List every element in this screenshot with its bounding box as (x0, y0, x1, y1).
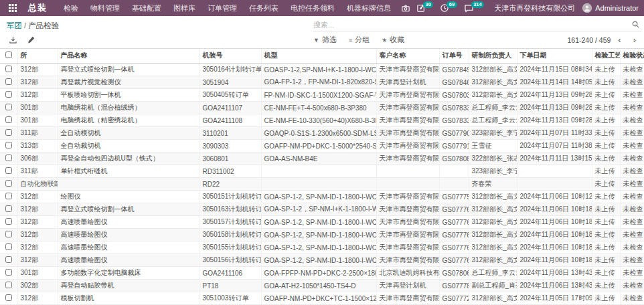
menu-task-list[interactable]: 任务列表 (243, 0, 285, 16)
cell-order-date: 2024年11月08日 13时43分01秒 (517, 267, 592, 280)
menu-inspection[interactable]: 检验 (58, 0, 84, 16)
table-row[interactable]: 301部 多功能数字化定制电脑裁床 GOA2411106 GOA-FPFP-NM… (0, 267, 644, 280)
row-checkbox[interactable] (5, 294, 12, 301)
row-checkbox[interactable] (5, 78, 12, 85)
table-row[interactable]: 312部 再登立式喷绘切割一体机 3050164计划转订单 GOASP-1-2,… (0, 64, 644, 76)
favorites-button[interactable]: ★ 收藏 (382, 35, 404, 45)
cell-inspection-process: 未上传 (592, 216, 620, 229)
row-checkbox[interactable] (5, 142, 12, 148)
table-row[interactable]: 312部 再登立式喷绘切割一体机 3050163计划机转订单 GOA-SP-1-… (0, 203, 644, 216)
row-checkbox[interactable] (5, 231, 12, 237)
activities-badge: 69 (447, 1, 457, 8)
table-row[interactable]: 312部 高速喷墨绘图仪 3050158计划机转订单 GOA-SP-1-2, S… (0, 229, 644, 241)
table-row[interactable]: 313部 全自动裁切机 3090303 GOAFP-NM-PD+DKC-1-50… (0, 140, 644, 152)
header-order-date[interactable]: 下单日期 (517, 49, 592, 64)
header-product-name[interactable]: 产品名称 (58, 49, 199, 64)
cell-product-name: 再登自动贴胶带机 (58, 280, 199, 292)
export-download-icon[interactable] (9, 36, 17, 43)
table-row[interactable]: 301部 电脑绣花机（精密绣花机） GOA2411108 CE-NM-FE-10… (0, 114, 644, 127)
header-customer-name[interactable]: 客户名称 (376, 49, 439, 64)
search-icon[interactable] (632, 21, 641, 28)
cell-order-number (439, 178, 469, 191)
header-machine-model[interactable]: 机型 (261, 49, 376, 64)
pager-next-button[interactable]: › (629, 35, 641, 45)
search-input[interactable] (313, 21, 632, 29)
table-row[interactable]: 312部 高速喷墨绘图仪 3050157计划机转订单 GOA-SP-1-2, S… (0, 216, 644, 229)
header-dept[interactable]: 所 (17, 49, 58, 64)
table-row[interactable]: 311部 全自动模切机 3110201 GOAQP-0-S1S-1-2300x6… (0, 127, 644, 140)
header-inspection-process[interactable]: 检验工艺 (592, 49, 620, 64)
header-machine-serial[interactable]: 机装号 (199, 49, 261, 64)
company-switcher[interactable]: 天津市再登科技有限公司 (494, 3, 575, 13)
row-checkbox[interactable] (5, 104, 12, 110)
header-owner[interactable]: 研制所负责人 (469, 49, 517, 64)
menu-material[interactable]: 物料管理 (84, 0, 126, 16)
table-row[interactable]: 311部 单针框式绗缝机 RD311002 323部部长_李宁 未上传 未检查 (0, 165, 644, 178)
row-checkbox[interactable] (5, 282, 12, 288)
user-menu[interactable]: Administrator (582, 3, 639, 13)
table-row[interactable]: 301部 电脑绣花机（混合植绒绣） GOA2411107 CE-NM-FE+T-… (0, 102, 644, 114)
cell-customer-name: 天津市再登商贸有限公司 (376, 89, 439, 102)
table-header-row: 所 产品名称 机装号 机型 客户名称 订单号 研制所负责人 下单日期 检验工艺 … (0, 49, 644, 64)
menu-base-config[interactable]: 基础配置 (126, 0, 167, 16)
group-by-button[interactable]: ≡ 分组 (349, 35, 370, 45)
breadcrumb-parent[interactable]: 军团 (7, 21, 22, 29)
cell-order-number: GS07808 (439, 152, 469, 165)
menu-machine-label[interactable]: 机器标牌信息 (341, 0, 397, 16)
filters-button[interactable]: ▼ 筛选 (313, 35, 337, 45)
menu-drawing-library[interactable]: 图样库 (167, 0, 202, 16)
cell-inspection-status: 未检查 (620, 254, 644, 267)
cell-product-name: 再登立式喷绘切割一体机 (58, 64, 199, 76)
pager: 161-240 / 459 ‹ › (568, 35, 641, 45)
pager-prev-button[interactable]: ‹ (613, 35, 625, 45)
header-order-number[interactable]: 订单号 (439, 49, 469, 64)
table-row[interactable]: 312部 高速喷墨绘图仪 3050155计划机转订单 GOA-SP-1-2, S… (0, 241, 644, 254)
row-checkbox[interactable] (5, 116, 12, 123)
table-row[interactable]: 302部 再登自动贴胶带机 PT18 GOA-AT-H2-1050*1450-T… (0, 280, 644, 292)
cell-machine-model: GOA-SP-1-2, SP-NM-ID-1-1800-I-WC2-FF-1P2… (261, 254, 376, 267)
header-inspection-status[interactable]: 检验状态 (620, 49, 644, 64)
row-checkbox[interactable] (5, 193, 12, 199)
cell-customer-name (376, 178, 439, 191)
row-checkbox[interactable] (5, 155, 12, 161)
cell-inspection-process: 未上传 (592, 127, 620, 140)
row-checkbox-cell (0, 64, 17, 76)
clock-icon[interactable]: 69 (440, 4, 457, 12)
apps-grid-icon[interactable] (5, 0, 20, 16)
chat-icon[interactable]: 314 (465, 4, 485, 12)
cell-owner: 322部部长_张志礼 (469, 152, 517, 165)
cell-inspection-status: 未检查 (620, 178, 644, 191)
cell-dept: 自动化物联部 (17, 178, 58, 191)
table-row[interactable]: 306部 再登全自动包四边机U型（铁式） 3060801 GOA-AS-NM-B… (0, 152, 644, 165)
cell-dept: 312部 (17, 229, 58, 241)
cell-inspection-process: 未上传 (592, 165, 620, 178)
cell-order-date: 2024年11月06日 10时18分47秒 (517, 241, 592, 254)
row-checkbox[interactable] (5, 66, 12, 72)
cell-order-date: 2024年11月06日 10时18分47秒 (517, 203, 592, 216)
menu-electric-tasks[interactable]: 电控任务领料 (285, 0, 341, 16)
cell-machine-model: CE-NM-FE+T-4-500x680-B-3P380 (261, 102, 376, 114)
cell-order-number: GS07791 (439, 140, 469, 152)
table-row[interactable]: 312部 模板切割机 3051003转订单 GOAFP-NM-PD+DKC+TC… (0, 292, 644, 305)
camera-icon[interactable] (402, 5, 410, 12)
table-row[interactable]: 312部 再登裁片视觉检测仪 3051904 GOA-FP-1-2，FP-NM-… (0, 76, 644, 89)
row-checkbox[interactable] (5, 129, 12, 136)
row-checkbox[interactable] (5, 180, 12, 187)
select-all-checkbox[interactable] (5, 52, 12, 58)
table-row[interactable]: 312部 绘图仪 3050151计划机转订单 GOA-SP-1-2, SP-NM… (0, 191, 644, 203)
table-row[interactable]: 312部 平板喷绘切割一体机 3050405转订单 FP-NM-ID-SKC-1… (0, 89, 644, 102)
row-checkbox[interactable] (5, 167, 12, 174)
row-checkbox[interactable] (5, 91, 12, 98)
edit-pencil-icon[interactable] (27, 36, 35, 43)
notes-icon[interactable]: 30 (417, 4, 433, 12)
table-row[interactable]: 312部 高速喷墨绘图仪 3050156计划机转订单 GOA-SP-1-2, S… (0, 254, 644, 267)
app-title[interactable]: 总装 (28, 2, 47, 14)
row-checkbox[interactable] (5, 218, 12, 225)
row-checkbox[interactable] (5, 256, 12, 263)
row-checkbox[interactable] (5, 205, 12, 212)
row-checkbox[interactable] (5, 269, 12, 276)
cell-owner: 323部部长_李宁 (469, 165, 517, 178)
menu-orders[interactable]: 订单管理 (202, 0, 243, 16)
row-checkbox[interactable] (5, 243, 12, 250)
table-row[interactable]: 自动化物联部 RD22 齐春荣 未上传 未检查 (0, 178, 644, 191)
